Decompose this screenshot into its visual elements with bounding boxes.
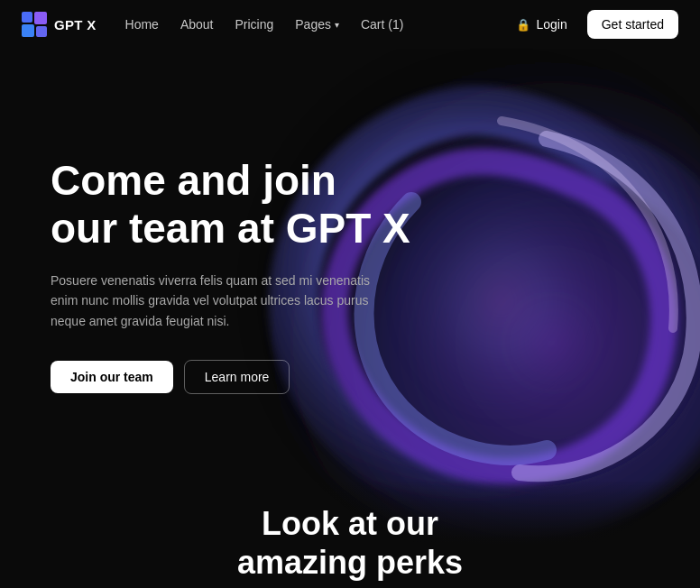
perks-title-line1: Look at our (237, 504, 463, 543)
nav-links: Home About Pricing Pages ▾ Cart (1) (125, 17, 508, 32)
nav-item-cart[interactable]: Cart (1) (361, 17, 403, 32)
svg-rect-3 (36, 26, 47, 37)
hero-description: Posuere venenatis viverra felis quam at … (51, 271, 393, 331)
bottom-section: Look at our amazing perks (0, 480, 700, 588)
hero-section: Come and join our team at GPT X Posuere … (0, 49, 700, 588)
hero-title: Come and join our team at GPT X (51, 157, 410, 253)
get-started-button[interactable]: Get started (587, 10, 678, 39)
nav-right: 🔒 Login Get started (507, 10, 678, 39)
hero-buttons: Join our team Learn more (51, 360, 410, 394)
perks-heading: Look at our amazing perks (237, 486, 463, 582)
login-button[interactable]: 🔒 Login (507, 12, 576, 37)
logo-label: GPT X (54, 17, 97, 32)
nav-item-about[interactable]: About (180, 17, 214, 32)
navbar: GPT X Home About Pricing Pages ▾ Cart (1… (0, 0, 700, 49)
join-team-button[interactable]: Join our team (51, 361, 173, 393)
lock-icon: 🔒 (516, 18, 530, 32)
svg-rect-2 (22, 24, 34, 37)
hero-content: Come and join our team at GPT X Posuere … (51, 157, 410, 394)
logo[interactable]: GPT X (22, 12, 97, 37)
svg-point-5 (393, 184, 610, 418)
nav-item-pages[interactable]: Pages ▾ (295, 17, 339, 32)
svg-rect-0 (22, 12, 32, 23)
logo-icon (22, 12, 47, 37)
perks-title-line2: amazing perks (237, 543, 463, 582)
nav-item-home[interactable]: Home (125, 17, 159, 32)
svg-rect-1 (34, 12, 47, 24)
learn-more-button[interactable]: Learn more (184, 360, 290, 394)
chevron-down-icon: ▾ (335, 20, 339, 30)
nav-item-pricing[interactable]: Pricing (235, 17, 273, 32)
